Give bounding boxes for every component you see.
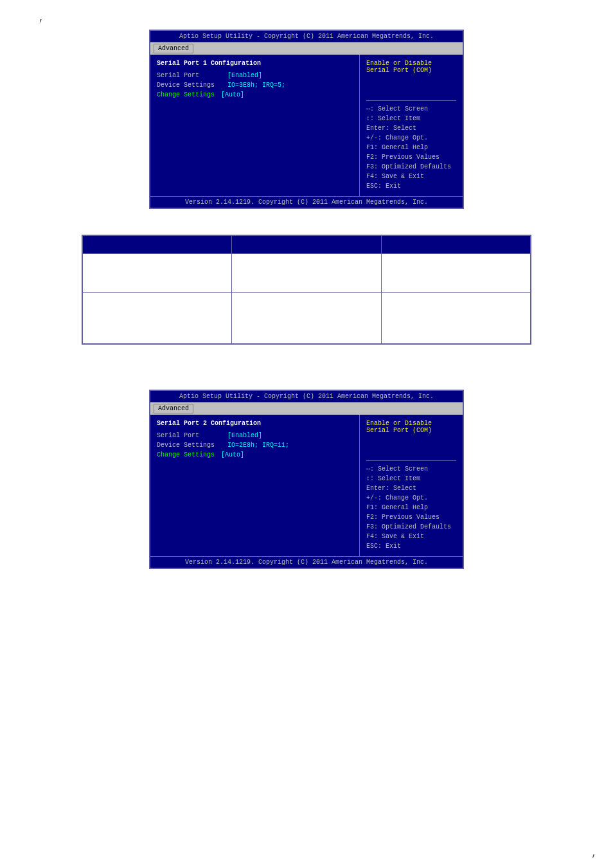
comma-bottom: ,	[592, 848, 597, 858]
bios1-key-5: F1: General Help	[366, 143, 456, 152]
bios2-value-device-settings: IO=2E8h; IRQ=11;	[227, 442, 289, 449]
data-table	[82, 235, 531, 344]
bios2-key-7: F3: Optimized Defaults	[366, 522, 456, 532]
bios-screen-2: Aptio Setup Utility - Copyright (C) 2011…	[149, 390, 464, 569]
bios1-right-panel: Enable or Disable Serial Port (COM) ↔: S…	[360, 55, 463, 196]
bios2-value-change-settings: [Auto]	[221, 451, 244, 461]
table-row	[83, 254, 531, 293]
bios1-key-6: F2: Previous Values	[366, 152, 456, 162]
bios1-row-device-settings: Device Settings IO=3E8h; IRQ=5;	[157, 82, 353, 89]
bios1-key-2: ↕: Select Item	[366, 114, 456, 123]
bios2-row-change-settings: Change Settings [Auto]	[157, 451, 353, 461]
table-cell-r2c1	[83, 293, 232, 344]
bios1-label-serial-port: Serial Port	[157, 72, 227, 79]
bios1-value-device-settings: IO=3E8h; IRQ=5;	[227, 82, 285, 89]
bios2-left-panel: Serial Port 2 Configuration Serial Port …	[150, 415, 360, 556]
bios2-key-4: +/-: Change Opt.	[366, 493, 456, 503]
bios1-help-divider	[366, 100, 456, 101]
table-cell-r1c1	[83, 254, 232, 293]
bios2-right-panel: Enable or Disable Serial Port (COM) ↔: S…	[360, 415, 463, 556]
bios1-help-keys: ↔: Select Screen ↕: Select Item Enter: S…	[366, 104, 456, 191]
bios2-footer: Version 2.14.1219. Copyright (C) 2011 Am…	[150, 556, 463, 568]
bios1-key-8: F4: Save & Exit	[366, 172, 456, 181]
bios2-tab-advanced[interactable]: Advanced	[154, 404, 193, 413]
bios1-key-9: ESC: Exit	[366, 181, 456, 191]
bios2-section-title: Serial Port 2 Configuration	[157, 420, 353, 427]
table-header-col2	[232, 236, 381, 254]
bios2-body: Serial Port 2 Configuration Serial Port …	[150, 415, 463, 556]
bios1-row-change-settings: Change Settings [Auto]	[157, 91, 353, 101]
bios2-help-text: Enable or Disable Serial Port (COM)	[366, 420, 456, 457]
bios2-key-8: F4: Save & Exit	[366, 532, 456, 541]
bios2-key-9: ESC: Exit	[366, 541, 456, 551]
table-header-col1	[83, 236, 232, 254]
table-cell-r1c3	[381, 254, 530, 293]
table-section	[82, 235, 531, 345]
bios2-row-device-settings: Device Settings IO=2E8h; IRQ=11;	[157, 442, 353, 449]
bios1-value-serial-port: [Enabled]	[227, 72, 262, 79]
bios2-key-2: ↕: Select Item	[366, 474, 456, 484]
bios1-left-panel: Serial Port 1 Configuration Serial Port …	[150, 55, 360, 196]
bios2-key-6: F2: Previous Values	[366, 512, 456, 522]
bios2-label-change-settings: Change Settings	[157, 451, 215, 458]
bios1-key-7: F3: Optimized Defaults	[366, 162, 456, 172]
bios1-label-device-settings: Device Settings	[157, 82, 227, 89]
bios2-title: Aptio Setup Utility - Copyright (C) 2011…	[150, 391, 463, 402]
bios1-tab-advanced[interactable]: Advanced	[154, 44, 193, 53]
bios1-section-title: Serial Port 1 Configuration	[157, 60, 353, 67]
bios2-tab-bar: Advanced	[150, 402, 463, 415]
bios2-help-divider	[366, 460, 456, 461]
bios1-value-change-settings: [Auto]	[221, 91, 244, 101]
bios1-footer: Version 2.14.1219. Copyright (C) 2011 Am…	[150, 196, 463, 208]
bios1-key-1: ↔: Select Screen	[366, 104, 456, 114]
bios1-row-serial-port: Serial Port [Enabled]	[157, 72, 353, 79]
bios1-key-4: +/-: Change Opt.	[366, 133, 456, 143]
table-header-row	[83, 236, 531, 254]
table-cell-r2c3	[381, 293, 530, 344]
table-row	[83, 293, 531, 344]
bios1-tab-bar: Advanced	[150, 42, 463, 55]
bios2-label-serial-port: Serial Port	[157, 432, 227, 439]
bios1-title: Aptio Setup Utility - Copyright (C) 2011…	[150, 31, 463, 42]
bios2-label-device-settings: Device Settings	[157, 442, 227, 449]
page-wrapper: , Aptio Setup Utility - Copyright (C) 20…	[0, 0, 613, 868]
bios1-body: Serial Port 1 Configuration Serial Port …	[150, 55, 463, 196]
bios2-key-1: ↔: Select Screen	[366, 464, 456, 474]
bios2-help-keys: ↔: Select Screen ↕: Select Item Enter: S…	[366, 464, 456, 551]
table-cell-r2c2	[232, 293, 381, 344]
bios-screen-1: Aptio Setup Utility - Copyright (C) 2011…	[149, 30, 464, 209]
bios2-row-serial-port: Serial Port [Enabled]	[157, 432, 353, 439]
bios2-key-5: F1: General Help	[366, 503, 456, 512]
bios1-label-change-settings: Change Settings	[157, 91, 215, 98]
bios1-help-text: Enable or Disable Serial Port (COM)	[366, 60, 456, 97]
bios2-value-serial-port: [Enabled]	[227, 432, 262, 439]
bios1-key-3: Enter: Select	[366, 123, 456, 133]
table-header-col3	[381, 236, 530, 254]
bios2-key-3: Enter: Select	[366, 484, 456, 493]
comma-top: ,	[39, 13, 600, 23]
table-cell-r1c2	[232, 254, 381, 293]
